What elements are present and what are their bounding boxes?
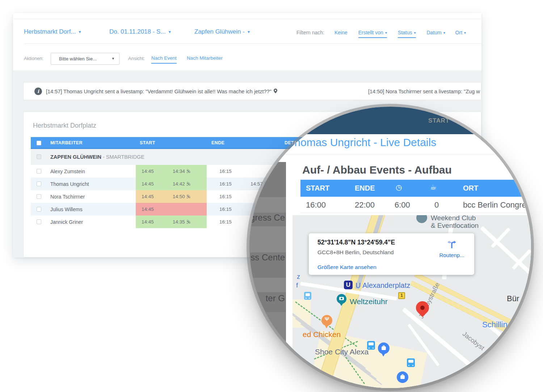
detail-start: 16:00 <box>306 200 326 210</box>
magnifier-circle: START Thomas Ungricht - Live Details gre… <box>249 107 531 388</box>
district-label: Bür <box>507 294 519 303</box>
map-info-window: 52°31'14.8"N 13°24'59.4"E GCC8+8H Berlin… <box>309 233 474 275</box>
start-actual: 14:34 <box>173 169 190 174</box>
start-actual: 14:35 <box>173 219 190 225</box>
larger-map-link[interactable]: Größere Karte ansehen <box>317 264 376 270</box>
row-checkbox[interactable] <box>37 220 41 224</box>
backdrop-row-stripe <box>249 312 286 342</box>
chevron-down-icon: ▾ <box>248 29 250 34</box>
aufbau-section-title: Auf- / Abbau Events - Aufbau <box>302 164 452 176</box>
column-start[interactable]: START <box>140 140 155 145</box>
shop-label: Shoe City Alexa <box>315 348 369 356</box>
livestamp-icon <box>186 182 190 187</box>
station-label: Schillin <box>482 320 508 329</box>
map-label-fragment: z <box>297 273 300 281</box>
row-checkbox[interactable] <box>37 207 41 212</box>
detail-duration: 6:00 <box>395 200 410 210</box>
start-planned: 14:45 <box>142 194 154 199</box>
directions-button[interactable]: Routenp... <box>433 238 471 258</box>
backdrop-text-fragment: ter G <box>266 293 285 303</box>
plus-code-address: GCC8+8H Berlin, Deutschland <box>317 249 394 256</box>
map-street <box>488 324 531 363</box>
chevron-down-icon: ▾ <box>169 29 171 34</box>
employee-name: Julius Willems <box>50 206 83 212</box>
group-name: ZAPFEN GLÜHWEIN - SMARTBRIDGE <box>50 154 144 160</box>
modal-divider <box>249 154 531 154</box>
view-by-event-tab[interactable]: Nach Event <box>151 55 177 64</box>
end-planned: 16:15 <box>219 206 232 212</box>
chevron-down-icon: ▾ <box>443 31 445 35</box>
directions-label: Routenp... <box>433 252 471 258</box>
actions-label: Aktionen: <box>24 56 43 61</box>
event-dropdown[interactable]: Herbstmarkt Dorf...▾ <box>24 28 81 35</box>
group-checkbox[interactable] <box>37 154 41 159</box>
start-planned: 14:45 <box>142 169 154 174</box>
start-actual: 14:42 <box>173 181 190 187</box>
road-number-badge: 1 <box>398 292 405 299</box>
filter-bar: Filtern nach: Keine Erstellt von▾ Status… <box>296 30 466 38</box>
backdrop-text-fragment: ss Cente <box>251 252 285 263</box>
date-dropdown[interactable]: Do. 01.11.2018 - S...▾ <box>109 28 171 35</box>
start-planned: 14:45 <box>142 219 154 225</box>
detail-column-ort: ORT <box>463 184 478 192</box>
employee-name: Nora Tschirrner <box>50 194 85 200</box>
employee-name: Alexy Zumstein <box>50 169 85 174</box>
employee-name: Thomas Ungricht <box>50 181 89 187</box>
map-canvas[interactable]: Weekend Club & Eventlocation z f U U Ale… <box>292 215 531 388</box>
shift-dropdown[interactable]: Zapfen Glühwein -▾ <box>194 28 250 35</box>
start-actual: 14:50 <box>173 194 190 200</box>
start-status-cell: 14:45 14:42 <box>136 178 207 190</box>
filter-date[interactable]: Datum▾ <box>426 30 445 35</box>
attraction-label: Weltzeituhr <box>350 297 388 306</box>
employee-name: Jannick Griner <box>50 219 83 225</box>
end-planned: 16:15 <box>219 181 232 187</box>
column-employee[interactable]: MITARBEITER <box>50 140 83 145</box>
clock-icon: ◷ <box>396 183 402 192</box>
livestamp-icon <box>186 220 190 225</box>
details-table-header: START ENDE ◷ ☕ ORT <box>300 180 531 197</box>
backdrop-row-stripe <box>249 278 286 292</box>
attraction-pin[interactable] <box>337 294 346 304</box>
coffee-cup-icon: ☕ <box>430 183 437 191</box>
row-checkbox[interactable] <box>37 194 41 199</box>
backdrop-row-stripe <box>249 226 286 252</box>
shop-pin[interactable] <box>378 342 390 354</box>
row-checkbox[interactable] <box>37 169 41 174</box>
livestamp-message-right: [14:50] Nora Tschirrner sent a livestamp… <box>368 89 480 94</box>
group-company: SMARTBRIDGE <box>106 154 144 160</box>
chevron-down-icon: ▾ <box>79 29 81 34</box>
end-planned: 16:15 <box>219 194 232 199</box>
filter-none[interactable]: Keine <box>334 30 348 35</box>
chevron-down-icon: ▾ <box>385 31 387 35</box>
select-all-checkbox[interactable] <box>37 141 41 145</box>
start-status-cell: 14:45 14:35 <box>136 216 207 228</box>
detail-end: 22:00 <box>355 200 375 210</box>
bus-stop-icon[interactable] <box>407 358 415 367</box>
detail-location: bcc Berlin Congress <box>463 200 531 210</box>
start-planned: 14:45 <box>142 206 154 212</box>
ubahn-logo[interactable]: U <box>344 281 353 289</box>
actions-select[interactable]: Bitte wählen Sie... ▼ <box>51 53 119 65</box>
view-label: Ansicht: <box>128 56 145 61</box>
detail-column-start: START <box>306 184 329 192</box>
row-checkbox[interactable] <box>37 182 41 186</box>
filter-created-by[interactable]: Erstellt von▾ <box>358 30 387 38</box>
map-label-fragment: f <box>296 282 298 289</box>
column-end[interactable]: ENDE <box>211 140 224 145</box>
shop-pin[interactable] <box>397 371 408 383</box>
club-poi-pin[interactable] <box>416 215 427 223</box>
chevron-down-icon: ▾ <box>464 31 466 35</box>
filter-location[interactable]: Ort▾ <box>455 30 466 35</box>
club-poi-label: Weekend Club <box>431 215 476 222</box>
restaurant-pin[interactable]: Ψ <box>321 315 332 326</box>
start-status-cell: 14:45 14:50 <box>136 190 207 203</box>
page-canvas: Herbstmarkt Dorf...▾ Do. 01.11.2018 - S.… <box>0 0 543 392</box>
magnified-start-column-label: START <box>428 117 449 124</box>
filter-status[interactable]: Status▾ <box>398 30 416 38</box>
header-divider <box>24 43 481 44</box>
top-divider <box>14 19 481 19</box>
view-by-employee-tab[interactable]: Nach Mitarbeiter <box>187 55 223 61</box>
coordinates-title: 52°31'14.8"N 13°24'59.4"E <box>317 239 395 246</box>
end-planned: 16:15 <box>219 219 232 225</box>
tram-stop-icon[interactable] <box>304 292 311 300</box>
